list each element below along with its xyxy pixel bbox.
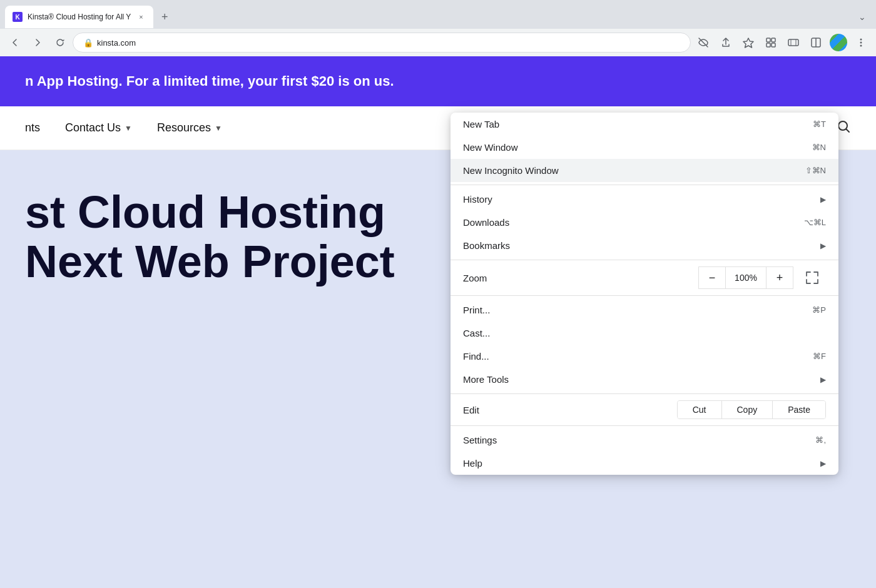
nav-item-home-label: nts: [25, 121, 40, 134]
bookmark-button[interactable]: [738, 33, 758, 53]
menu-item-cast[interactable]: Cast...: [451, 322, 838, 345]
website-content: n App Hosting. For a limited time, your …: [0, 56, 876, 588]
paste-button[interactable]: Paste: [773, 401, 825, 418]
address-bar[interactable]: 🔒 kinsta.com: [73, 33, 691, 53]
menu-item-history[interactable]: History ▶: [451, 188, 838, 211]
tab-title: Kinsta® Cloud Hosting for All Y: [28, 13, 131, 21]
extensions-button[interactable]: [761, 33, 781, 53]
menu-divider-2: [451, 260, 838, 260]
svg-point-11: [860, 42, 862, 44]
svg-rect-5: [788, 39, 798, 46]
svg-rect-1: [766, 38, 770, 42]
menu-item-settings[interactable]: Settings ⌘,: [451, 428, 838, 452]
menu-item-new-window[interactable]: New Window ⌘N: [451, 136, 838, 159]
tab-bar: K Kinsta® Cloud Hosting for All Y × + ⌄: [0, 0, 876, 29]
menu-item-zoom: Zoom − 100% +: [451, 263, 838, 293]
eye-slash-button[interactable]: [693, 33, 713, 53]
zoom-plus-button[interactable]: +: [766, 266, 793, 289]
menu-divider-5: [451, 425, 838, 426]
tab-close-button[interactable]: ×: [136, 12, 146, 22]
cut-button[interactable]: Cut: [678, 401, 722, 418]
nav-item-contact-label: Contact Us: [65, 121, 121, 134]
new-tab-button[interactable]: +: [156, 8, 173, 26]
zoom-controls: − 100% +: [698, 266, 793, 289]
svg-point-12: [860, 45, 862, 47]
resources-chevron-icon: ▼: [215, 124, 222, 133]
svg-marker-0: [743, 38, 753, 48]
edit-actions: Cut Copy Paste: [677, 400, 826, 419]
nav-item-resources-label: Resources: [157, 121, 211, 134]
menu-item-new-incognito[interactable]: New Incognito Window ⇧⌘N: [451, 159, 838, 182]
svg-rect-3: [766, 43, 770, 47]
zoom-fullscreen-button[interactable]: [798, 266, 826, 289]
refresh-button[interactable]: [50, 33, 70, 53]
tab-favicon: K: [13, 12, 23, 22]
share-button[interactable]: [716, 33, 736, 53]
menu-divider-1: [451, 185, 838, 185]
zoom-minus-button[interactable]: −: [698, 266, 726, 289]
promo-text: n App Hosting. For a limited time, your …: [25, 73, 394, 89]
svg-rect-2: [772, 38, 775, 42]
menu-item-new-tab[interactable]: New Tab ⌘T: [451, 113, 838, 136]
menu-divider-4: [451, 393, 838, 394]
nav-item-resources[interactable]: Resources ▼: [157, 121, 222, 134]
hero-title-line1: st Cloud Hosting: [25, 188, 463, 237]
svg-line-14: [847, 129, 850, 132]
menu-divider-3: [451, 295, 838, 296]
nav-item-home[interactable]: nts: [25, 121, 40, 134]
active-tab[interactable]: K Kinsta® Cloud Hosting for All Y ×: [5, 6, 153, 28]
edit-label: Edit: [463, 405, 479, 415]
menu-item-print[interactable]: Print... ⌘P: [451, 298, 838, 322]
nav-item-contact[interactable]: Contact Us ▼: [65, 121, 132, 134]
menu-item-help[interactable]: Help ▶: [451, 452, 838, 475]
promo-bar: n App Hosting. For a limited time, your …: [0, 56, 876, 106]
hero-title-line2: Next Web Project: [25, 237, 463, 286]
back-button[interactable]: [5, 33, 25, 53]
svg-rect-4: [772, 43, 775, 47]
hero-title: st Cloud Hosting Next Web Project: [25, 188, 463, 286]
menu-item-edit-row: Edit Cut Copy Paste: [451, 397, 838, 423]
contact-chevron-icon: ▼: [125, 124, 132, 133]
chrome-dropdown-menu: New Tab ⌘T New Window ⌘N New Incognito W…: [451, 113, 838, 475]
menu-item-more-tools[interactable]: More Tools ▶: [451, 368, 838, 391]
browser-toolbar: 🔒 kinsta.com: [0, 29, 876, 56]
ssl-icon: 🔒: [83, 38, 93, 48]
zoom-value: 100%: [726, 266, 766, 289]
url-text: kinsta.com: [97, 38, 136, 48]
svg-point-10: [860, 39, 862, 41]
menu-item-downloads[interactable]: Downloads ⌥⌘L: [451, 211, 838, 234]
copy-button[interactable]: Copy: [722, 401, 773, 418]
media-button[interactable]: [783, 33, 803, 53]
tab-menu-button[interactable]: ⌄: [853, 8, 871, 26]
zoom-label: Zoom: [463, 273, 698, 283]
menu-item-bookmarks[interactable]: Bookmarks ▶: [451, 234, 838, 257]
profile-avatar[interactable]: [828, 33, 848, 53]
chrome-menu-button[interactable]: [851, 33, 871, 53]
browser-chrome: K Kinsta® Cloud Hosting for All Y × + ⌄: [0, 0, 876, 56]
menu-item-find[interactable]: Find... ⌘F: [451, 345, 838, 368]
split-view-button[interactable]: [806, 33, 826, 53]
forward-button[interactable]: [28, 33, 48, 53]
